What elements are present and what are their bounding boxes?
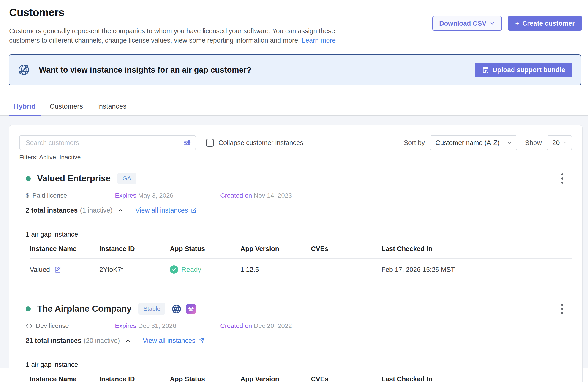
main-section: Collapse customer instances Sort by Cust… xyxy=(0,116,588,368)
instances-inactive: (1 inactive) xyxy=(80,207,112,214)
col-app-status: App Status xyxy=(170,375,240,382)
instances-total: 2 total instances xyxy=(26,207,78,214)
chevron-up-icon[interactable] xyxy=(125,338,131,344)
col-app-version: App Version xyxy=(240,375,311,382)
chevron-down-icon xyxy=(564,140,567,146)
chevron-up-icon[interactable] xyxy=(117,208,124,213)
create-customer-label: Create customer xyxy=(522,20,575,27)
create-customer-button[interactable]: + Create customer xyxy=(508,16,582,31)
install-type-icons: ☸ xyxy=(171,304,196,314)
show-value: 20 xyxy=(552,139,560,147)
instances-total: 21 total instances xyxy=(26,337,81,344)
sort-by-label: Sort by xyxy=(404,139,425,147)
instances-table: Instance Name Instance ID App Status App… xyxy=(30,245,572,281)
dev-license-icon xyxy=(26,322,33,329)
plus-icon: + xyxy=(515,20,519,27)
sort-by-value: Customer name (A-Z) xyxy=(435,139,499,147)
customer-name: Valued Enterprise xyxy=(37,174,111,183)
col-instance-name: Instance Name xyxy=(30,375,99,382)
learn-more-link[interactable]: Learn more xyxy=(302,37,336,44)
license-type: Dev license xyxy=(26,322,115,330)
view-all-instances-label: View all instances xyxy=(135,207,188,214)
view-all-instances-link[interactable]: View all instances xyxy=(135,207,197,214)
app-status-cell: Ready xyxy=(170,265,240,274)
col-cves: CVEs xyxy=(311,245,381,253)
created-date: Nov 14, 2023 xyxy=(254,192,292,199)
view-all-instances-link[interactable]: View all instances xyxy=(143,337,204,344)
expires-label: Expires xyxy=(115,192,136,199)
customer-title-row: Valued Enterprise GA xyxy=(26,171,572,186)
view-all-instances-label: View all instances xyxy=(143,337,195,344)
expires-date: Dec 31, 2026 xyxy=(138,322,176,329)
instance-name-cell: Valued xyxy=(30,266,99,274)
divider xyxy=(26,351,572,351)
customer-name: The Airplane Company xyxy=(37,304,131,314)
instances-table: Instance Name Instance ID App Status App… xyxy=(30,375,572,382)
col-cves: CVEs xyxy=(311,375,381,382)
page-header: Customers Customers generally represent … xyxy=(0,0,588,45)
customer-title-row: The Airplane Company Stable ☸ xyxy=(26,302,572,316)
col-app-status: App Status xyxy=(170,245,240,253)
table-row: Valued 2YfoK7f Ready 1.12.5 - Feb 17, 20… xyxy=(30,258,572,281)
created-on-label: Created on xyxy=(220,322,252,329)
created-field: Created on Nov 14, 2023 xyxy=(220,192,292,199)
expires-field: Expires Dec 31, 2026 xyxy=(115,322,199,330)
show-label: Show xyxy=(525,139,542,147)
download-csv-button[interactable]: Download CSV xyxy=(432,16,502,31)
chevron-down-icon xyxy=(507,140,512,146)
col-instance-name: Instance Name xyxy=(30,245,99,253)
tab-hybrid[interactable]: Hybrid xyxy=(9,97,41,116)
upload-support-bundle-button[interactable]: Upload support bundle xyxy=(475,63,572,77)
customer-block-valued-enterprise: Valued Enterprise GA $ Paid license Expi… xyxy=(9,161,582,281)
external-link-icon xyxy=(198,338,204,344)
upload-icon xyxy=(482,66,489,74)
download-csv-label: Download CSV xyxy=(439,20,486,27)
airgap-instance-count: 1 air gap instance xyxy=(26,361,572,368)
customer-menu-kebab-icon[interactable] xyxy=(559,171,565,186)
app-version: 1.12.5 xyxy=(240,266,311,274)
expires-field: Expires May 3, 2026 xyxy=(115,192,199,199)
instances-summary-row: 2 total instances (1 inactive) View all … xyxy=(26,207,572,214)
created-date: Dec 20, 2022 xyxy=(254,322,292,329)
instance-id: 2YfoK7f xyxy=(99,266,170,274)
cves-value: - xyxy=(311,266,381,274)
active-status-dot xyxy=(26,176,31,181)
active-status-dot xyxy=(26,306,31,312)
instances-summary-row: 21 total instances (20 inactive) View al… xyxy=(26,337,572,344)
kubernetes-helm-icon: ☸ xyxy=(186,304,196,314)
page-description: Customers generally represent the compan… xyxy=(9,26,346,45)
created-on-label: Created on xyxy=(220,192,252,199)
col-last-checked-in: Last Checked In xyxy=(381,375,572,382)
col-instance-id: Instance ID xyxy=(99,375,170,382)
search-wrapper xyxy=(19,135,196,150)
collapse-instances-control[interactable]: Collapse customer instances xyxy=(206,139,303,147)
license-type-label: Dev license xyxy=(36,322,69,330)
sort-by-select[interactable]: Customer name (A-Z) xyxy=(430,135,517,150)
col-app-version: App Version xyxy=(240,245,311,253)
app-status: Ready xyxy=(181,266,201,274)
airgap-instance-count: 1 air gap instance xyxy=(26,231,572,238)
filter-sliders-icon[interactable] xyxy=(184,139,191,146)
col-instance-id: Instance ID xyxy=(99,245,170,253)
show-select[interactable]: 20 xyxy=(547,135,572,150)
collapse-instances-checkbox[interactable] xyxy=(206,139,214,147)
license-type-label: Paid license xyxy=(33,192,67,199)
search-input[interactable] xyxy=(19,135,196,150)
edit-icon[interactable] xyxy=(54,266,61,273)
collapse-instances-label: Collapse customer instances xyxy=(218,139,303,147)
chevron-down-icon xyxy=(489,21,495,26)
active-filters-summary: Filters: Active, Inactive xyxy=(9,150,582,161)
expires-date: May 3, 2026 xyxy=(138,192,173,199)
instance-name: Valued xyxy=(30,266,50,274)
tab-customers[interactable]: Customers xyxy=(45,97,88,116)
airgap-globe-icon xyxy=(171,304,182,314)
tab-bar: Hybrid Customers Instances xyxy=(0,97,588,116)
channel-badge: GA xyxy=(117,173,136,184)
expires-label: Expires xyxy=(115,322,136,329)
divider xyxy=(26,221,572,221)
tab-instances[interactable]: Instances xyxy=(92,97,131,116)
instances-table-header: Instance Name Instance ID App Status App… xyxy=(30,375,572,382)
customer-menu-kebab-icon[interactable] xyxy=(559,302,565,316)
external-link-icon xyxy=(191,207,197,213)
customer-meta-row: Dev license Expires Dec 31, 2026 Created… xyxy=(26,322,572,330)
